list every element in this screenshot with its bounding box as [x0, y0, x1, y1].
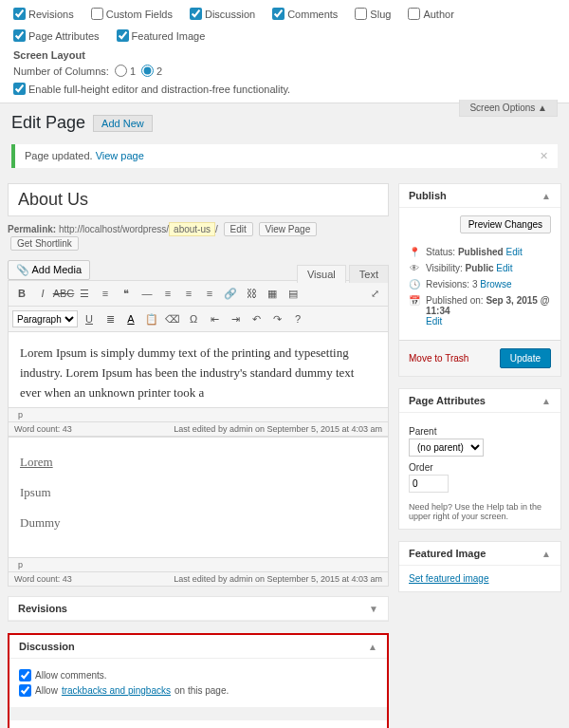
parent-select[interactable]: (no parent) — [409, 439, 484, 457]
add-new-button[interactable]: Add New — [93, 115, 153, 132]
screen-option-custom-fields[interactable]: Custom Fields — [91, 8, 173, 20]
toolbar-toggle-icon[interactable]: ▤ — [284, 285, 303, 302]
hr-icon[interactable]: — — [138, 285, 156, 302]
screen-option-comments[interactable]: Comments — [272, 8, 338, 20]
screen-option-author[interactable]: Author — [408, 8, 453, 20]
permalink-edit-button[interactable]: Edit — [224, 222, 253, 236]
quote-icon[interactable]: ❝ — [117, 285, 136, 302]
unlink-icon[interactable]: ⛓ — [242, 285, 261, 302]
clock-icon: 🕓 — [409, 279, 420, 289]
browse-revisions-link[interactable]: Browse — [480, 279, 511, 289]
bullet-list-icon[interactable]: ☰ — [75, 285, 94, 302]
help-note: Need help? Use the Help tab in the upper… — [409, 502, 551, 521]
more-icon[interactable]: ▦ — [263, 285, 282, 302]
word-count: Word count: 43 — [14, 424, 72, 434]
status-bar-2: Word count: 43 Last edited by admin on S… — [8, 572, 389, 587]
fullscreen-icon[interactable]: ⤢ — [365, 285, 384, 302]
screen-option-featured-image[interactable]: Featured Image — [117, 29, 206, 42]
strike-icon[interactable]: ABC — [54, 285, 73, 302]
chevron-down-icon: ▼ — [369, 604, 378, 614]
paragraph-select[interactable]: Paragraph — [12, 310, 78, 327]
update-button[interactable]: Update — [500, 348, 551, 368]
redo-icon[interactable]: ↷ — [267, 310, 286, 327]
view-page-link[interactable]: View page — [96, 150, 144, 161]
pin-icon: 📍 — [409, 247, 420, 257]
title-input[interactable] — [8, 183, 389, 216]
screen-option-page-attributes[interactable]: Page Attributes — [13, 29, 100, 42]
status-bar: Word count: 43 Last edited by admin on S… — [8, 422, 389, 437]
set-featured-image-link[interactable]: Set featured image — [409, 573, 489, 584]
add-media-button[interactable]: 📎 Add Media — [8, 260, 90, 280]
eye-icon: 👁 — [409, 263, 420, 273]
screen-options-toggle[interactable]: Screen Options ▲ — [459, 100, 558, 117]
highlighted-region: Discussion▲ Allow comments. Allow trackb… — [8, 633, 389, 728]
page-title: Edit Page — [11, 113, 85, 133]
help-icon[interactable]: ? — [288, 310, 307, 327]
undo-icon[interactable]: ↶ — [247, 310, 266, 327]
tab-visual[interactable]: Visual — [297, 265, 346, 283]
editor-toolbar-2: Paragraph U ≣ A 📋 ⌫ Ω ⇤ ⇥ ↶ ↷ ? — [8, 307, 389, 332]
align-right-icon[interactable]: ≡ — [200, 285, 219, 302]
columns-label: Number of Columns: — [13, 65, 109, 77]
editor-content[interactable]: Lorem Ipsum is simply dummy text of the … — [8, 332, 389, 408]
status-edit-link[interactable]: Edit — [506, 247, 523, 257]
publish-panel-header[interactable]: Publish▲ — [399, 184, 560, 208]
align-left-icon[interactable]: ≡ — [158, 285, 177, 302]
number-list-icon[interactable]: ≡ — [96, 285, 115, 302]
visibility-edit-link[interactable]: Edit — [496, 263, 512, 273]
indent-icon[interactable]: ⇥ — [226, 310, 245, 327]
allow-trackbacks-checkbox[interactable] — [19, 684, 31, 697]
screen-option-slug[interactable]: Slug — [355, 8, 391, 20]
clear-icon[interactable]: ⌫ — [163, 310, 182, 327]
comments-panel-header[interactable]: Comments▲ — [9, 720, 387, 728]
permalink-row: Permalink: http://localhost/wordpress/ab… — [8, 222, 389, 251]
published-edit-link[interactable]: Edit — [426, 316, 442, 327]
move-to-trash-link[interactable]: Move to Trash — [409, 353, 468, 364]
bold-icon[interactable]: B — [12, 285, 31, 302]
full-height-label: Enable full-height editor and distractio… — [28, 84, 290, 95]
last-edited: Last edited by admin on September 5, 201… — [174, 424, 382, 434]
align-center-icon[interactable]: ≡ — [179, 285, 198, 302]
preview-changes-button[interactable]: Preview Changes — [460, 215, 551, 233]
revisions-panel-header[interactable]: Revisions▼ — [9, 597, 388, 621]
chevron-up-icon: ▲ — [368, 642, 377, 652]
link-icon[interactable]: 🔗 — [221, 285, 240, 302]
featured-image-header[interactable]: Featured Image▲ — [399, 542, 560, 566]
underline-icon[interactable]: U — [80, 310, 99, 327]
trackbacks-link[interactable]: trackbacks and pingbacks — [62, 685, 171, 696]
columns-radio-2[interactable] — [141, 65, 154, 77]
italic-icon[interactable]: I — [33, 285, 52, 302]
get-shortlink-button[interactable]: Get Shortlink — [10, 236, 79, 251]
special-char-icon[interactable]: Ω — [184, 310, 203, 327]
justify-icon[interactable]: ≣ — [101, 310, 119, 327]
dismiss-icon[interactable]: ✕ — [540, 150, 548, 162]
view-page-button[interactable]: View Page — [259, 222, 318, 236]
screen-option-discussion[interactable]: Discussion — [190, 8, 255, 20]
text-color-icon[interactable]: A — [121, 310, 140, 327]
columns-radio-1[interactable] — [115, 65, 127, 77]
tab-text[interactable]: Text — [349, 265, 389, 283]
screen-layout-heading: Screen Layout — [13, 49, 556, 61]
editor-toolbar-1: B I ABC ☰ ≡ ❝ — ≡ ≡ ≡ 🔗 ⛓ ▦ ▤ ⤢ — [8, 280, 389, 307]
discussion-panel-header[interactable]: Discussion▲ — [9, 635, 387, 659]
screen-option-revisions[interactable]: Revisions — [13, 8, 74, 20]
slug-highlight: about-us — [169, 222, 215, 236]
page-header: Edit Page Add New Screen Options ▲ — [0, 103, 569, 137]
secondary-content[interactable]: Lorem Ipsum Dummy — [8, 437, 389, 558]
page-attributes-header[interactable]: Page Attributes▲ — [399, 389, 560, 413]
update-notice: Page updated. View page ✕ — [11, 144, 558, 168]
allow-comments-checkbox[interactable] — [19, 669, 31, 681]
full-height-checkbox[interactable] — [13, 83, 26, 95]
outdent-icon[interactable]: ⇤ — [205, 310, 224, 327]
screen-options-panel: RevisionsCustom FieldsDiscussionComments… — [0, 0, 569, 103]
paste-icon[interactable]: 📋 — [142, 310, 161, 327]
columns-row: Number of Columns: 1 2 — [13, 65, 556, 77]
order-input[interactable] — [409, 475, 449, 493]
calendar-icon: 📅 — [409, 295, 420, 306]
